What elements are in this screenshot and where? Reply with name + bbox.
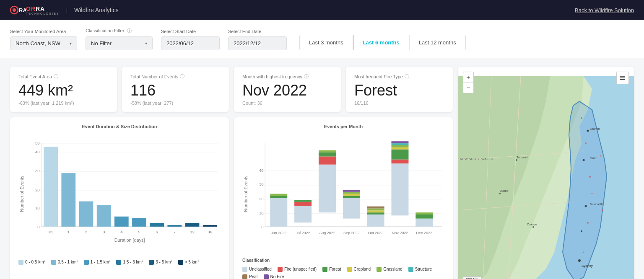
fire-dot-4 bbox=[592, 193, 593, 194]
legend-swatch bbox=[178, 260, 183, 265]
map-layers-button[interactable] bbox=[616, 72, 629, 84]
svg-text:0: 0 bbox=[37, 224, 39, 229]
kpi-freq-value: Nov 2022 bbox=[242, 82, 332, 99]
legend-item-3-5: 3 - 5 km² bbox=[149, 260, 172, 265]
label-dubbo: Dubbo bbox=[500, 189, 509, 192]
svg-text:0: 0 bbox=[261, 224, 263, 229]
sep-grass bbox=[343, 191, 360, 194]
end-date-label: Select End Date bbox=[228, 29, 287, 34]
kpi-area-value: 449 km² bbox=[18, 82, 109, 99]
legend-structure: Structure bbox=[408, 267, 432, 272]
legend-fire: Fire (unspecified) bbox=[278, 267, 317, 272]
legend-item-1.5-3: 1.5 - 3 km² bbox=[116, 260, 143, 265]
svg-text:4: 4 bbox=[120, 229, 123, 234]
chart-events-per-month: Events per Month Number of Events 0 10 2… bbox=[234, 117, 453, 279]
jun-forest bbox=[270, 196, 287, 198]
legend-unclassified: Unclassified bbox=[242, 267, 272, 272]
start-date-input[interactable]: 2022/06/12 bbox=[161, 36, 220, 50]
legend-swatch bbox=[149, 260, 154, 265]
fire-dot-8 bbox=[602, 209, 603, 211]
svg-text:Number of Events: Number of Events bbox=[243, 175, 248, 212]
map-container[interactable]: Sydney Taree Grafton Newcastle Dubbo Tam… bbox=[458, 67, 634, 279]
svg-text:Nov 2022: Nov 2022 bbox=[392, 231, 408, 235]
swatch-grassland bbox=[377, 267, 382, 272]
svg-text:Aug 2022: Aug 2022 bbox=[319, 231, 335, 235]
last-12-months-button[interactable]: Last 12 months bbox=[409, 35, 466, 50]
layers-icon bbox=[619, 75, 626, 81]
city-dot-4 bbox=[581, 230, 582, 232]
area-select[interactable]: North Coast, NSW ▾ bbox=[10, 36, 77, 50]
oct-forest bbox=[367, 212, 384, 214]
kpi-area-sub: -63% (last year: 1 219 km²) bbox=[18, 101, 109, 106]
chart2-title: Events per Month bbox=[242, 124, 444, 129]
label-tamworth: Tamworth bbox=[517, 156, 529, 159]
city-dot-7 bbox=[532, 226, 534, 228]
swatch-peat bbox=[242, 274, 247, 279]
svg-text:36: 36 bbox=[208, 229, 212, 234]
kpi-area-info-icon[interactable]: ⓘ bbox=[54, 73, 58, 80]
svg-text:Number of Events: Number of Events bbox=[19, 175, 24, 212]
svg-text:20: 20 bbox=[259, 196, 264, 201]
svg-text:12: 12 bbox=[190, 229, 195, 234]
classification-group: Classification Filter ⓘ No Filter ▾ bbox=[86, 28, 153, 50]
kpi-total-event-area: Total Event Area ⓘ 449 km² -63% (last ye… bbox=[10, 67, 117, 112]
kpi-freq-info-icon[interactable]: ⓘ bbox=[304, 73, 309, 80]
map-svg: Sydney Taree Grafton Newcastle Dubbo Tam… bbox=[458, 67, 634, 279]
start-date-label: Select Start Date bbox=[161, 29, 220, 34]
area-chevron-icon: ▾ bbox=[70, 41, 72, 46]
bar-36 bbox=[203, 225, 217, 227]
classification-label: Classification Filter ⓘ bbox=[86, 28, 153, 34]
charts-row: Event Duration & Size Distribution Numbe… bbox=[10, 117, 453, 279]
area-value: North Coast, NSW bbox=[16, 40, 60, 46]
svg-text:6: 6 bbox=[156, 229, 158, 234]
svg-text:30: 30 bbox=[259, 182, 264, 186]
kpi-events-title: Total Number of Events ⓘ bbox=[130, 73, 221, 80]
end-date-input[interactable]: 2022/12/12 bbox=[228, 36, 287, 50]
classification-select[interactable]: No Filter ▾ bbox=[86, 36, 153, 50]
logo-text: ORRA bbox=[26, 5, 60, 12]
classification-legend-title: Classification bbox=[242, 258, 444, 263]
logo: RA ORRA TECHNOLOGIES | Wildfire Analytic… bbox=[10, 3, 119, 17]
svg-text:2: 2 bbox=[85, 229, 87, 234]
oct-grass bbox=[367, 208, 384, 210]
svg-rect-50 bbox=[620, 79, 625, 80]
svg-text:Oct 2022: Oct 2022 bbox=[368, 231, 384, 235]
sep-nofire bbox=[343, 190, 360, 192]
legend-grassland: Grassland bbox=[377, 267, 402, 272]
kpi-freq-sub: Count: 36 bbox=[242, 101, 332, 106]
last-3-months-button[interactable]: Last 3 months bbox=[299, 35, 353, 50]
jul-forest bbox=[294, 200, 312, 202]
label-orange: Orange bbox=[527, 223, 537, 226]
swatch-structure bbox=[408, 267, 413, 272]
legend-peat: Peat bbox=[242, 274, 258, 279]
svg-text:<1: <1 bbox=[49, 229, 53, 234]
zoom-in-button[interactable]: + bbox=[463, 72, 474, 83]
svg-text:20: 20 bbox=[35, 187, 40, 192]
legend-nofire: No Fire bbox=[264, 274, 284, 279]
oct-crop bbox=[367, 210, 384, 212]
bar-4 bbox=[114, 216, 129, 226]
back-link[interactable]: Back to Wildfire Solution bbox=[575, 7, 634, 13]
label-newcastle: Newcastle bbox=[590, 203, 603, 206]
last-6-months-button[interactable]: Last 6 months bbox=[353, 35, 409, 50]
svg-text:50: 50 bbox=[35, 140, 40, 145]
kpi-events-info-icon[interactable]: ⓘ bbox=[180, 73, 184, 80]
swatch-unclassified bbox=[242, 267, 247, 272]
time-range-buttons: Last 3 months Last 6 months Last 12 mont… bbox=[299, 35, 466, 50]
classification-info-icon[interactable]: ⓘ bbox=[127, 28, 132, 33]
area-label: Select Your Monitored Area bbox=[10, 29, 77, 34]
aug-forest bbox=[319, 152, 336, 156]
svg-text:5: 5 bbox=[138, 229, 140, 234]
legend-forest: Forest bbox=[322, 267, 341, 272]
nov-fire bbox=[391, 159, 408, 163]
chart1-title: Event Duration & Size Distribution bbox=[18, 124, 221, 129]
kpi-fire-info-icon[interactable]: ⓘ bbox=[405, 73, 409, 80]
legend-item-1-1.5: 1 - 1.5 km² bbox=[84, 260, 111, 265]
zoom-out-button[interactable]: − bbox=[463, 83, 474, 93]
dec-unclass bbox=[415, 218, 433, 226]
chart2-svg: Number of Events 0 10 20 30 40 bbox=[242, 133, 444, 254]
bar-3 bbox=[97, 205, 111, 227]
nov-struct bbox=[391, 143, 408, 145]
fire-dot-6 bbox=[581, 117, 582, 119]
jun-grass bbox=[270, 194, 287, 196]
